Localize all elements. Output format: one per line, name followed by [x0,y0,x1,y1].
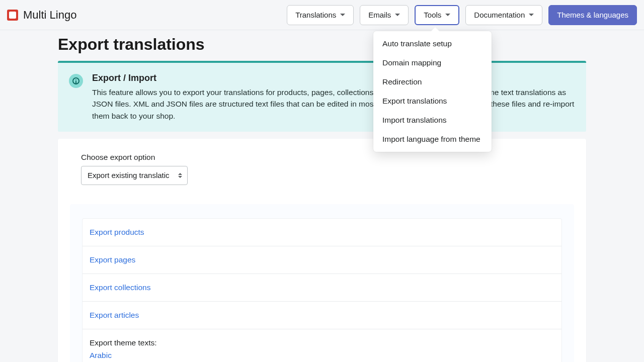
brand-name: Multi Lingo [23,9,76,22]
nav-tools[interactable]: Tools [415,5,459,25]
list-item: Export collections [83,274,561,302]
brand-logo-icon [7,10,18,21]
list-item: Export articles [83,302,561,329]
export-option-select[interactable]: Export existing translatic [81,166,188,185]
nav-documentation[interactable]: Documentation [465,5,542,25]
list-item: Export theme texts: Arabic Indonesian [83,329,561,362]
info-body: This feature allows you to export your t… [92,86,575,122]
export-collections-link[interactable]: Export collections [90,283,150,292]
main-nav: Translations Emails Tools Documentation … [287,5,637,25]
menu-import-language-theme[interactable]: Import language from theme [373,130,492,149]
nav-translations[interactable]: Translations [287,5,354,25]
menu-redirection[interactable]: Redirection [373,72,492,92]
list-item: Export products [83,219,561,246]
menu-import-translations[interactable]: Import translations [373,111,492,130]
info-banner: Export / Import This feature allows you … [58,61,586,132]
chevron-down-icon [340,14,345,16]
export-option-value: Export existing translatic [88,171,170,179]
info-icon-wrap [69,74,83,88]
chevron-down-icon [395,14,400,16]
tools-dropdown: Auto translate setup Domain mapping Redi… [373,31,492,152]
info-title: Export / Import [92,73,575,83]
page-container: Export translations Export / Import This… [58,30,586,362]
menu-export-translations[interactable]: Export translations [373,92,492,111]
export-products-link[interactable]: Export products [90,228,144,236]
nav-emails[interactable]: Emails [360,5,409,25]
info-icon [72,77,79,84]
nav-emails-label: Emails [368,11,391,19]
nav-documentation-label: Documentation [474,11,525,19]
nav-tools-label: Tools [424,11,441,19]
menu-auto-translate[interactable]: Auto translate setup [373,34,492,53]
nav-themes-languages[interactable]: Themes & languages [548,5,637,25]
list-item: Export pages [83,246,561,274]
select-arrows-icon [178,173,182,178]
chevron-down-icon [529,14,534,16]
export-list-wrap: Export products Export pages Export coll… [70,204,574,362]
page-title: Export translations [58,35,586,54]
nav-themes-label: Themes & languages [557,11,628,19]
export-articles-link[interactable]: Export articles [90,311,139,319]
export-theme-texts-label: Export theme texts: [90,338,554,347]
info-content: Export / Import This feature allows you … [92,73,575,122]
nav-translations-label: Translations [295,11,336,19]
export-panel: Choose export option Export existing tra… [58,139,586,362]
brand: Multi Lingo [7,9,76,22]
export-option-label: Choose export option [81,153,563,162]
chevron-down-icon [445,14,450,16]
export-list: Export products Export pages Export coll… [82,218,562,362]
export-theme-arabic-link[interactable]: Arabic [90,349,554,361]
menu-domain-mapping[interactable]: Domain mapping [373,53,492,72]
top-bar: Multi Lingo Translations Emails Tools Do… [0,0,644,30]
export-pages-link[interactable]: Export pages [90,255,135,264]
